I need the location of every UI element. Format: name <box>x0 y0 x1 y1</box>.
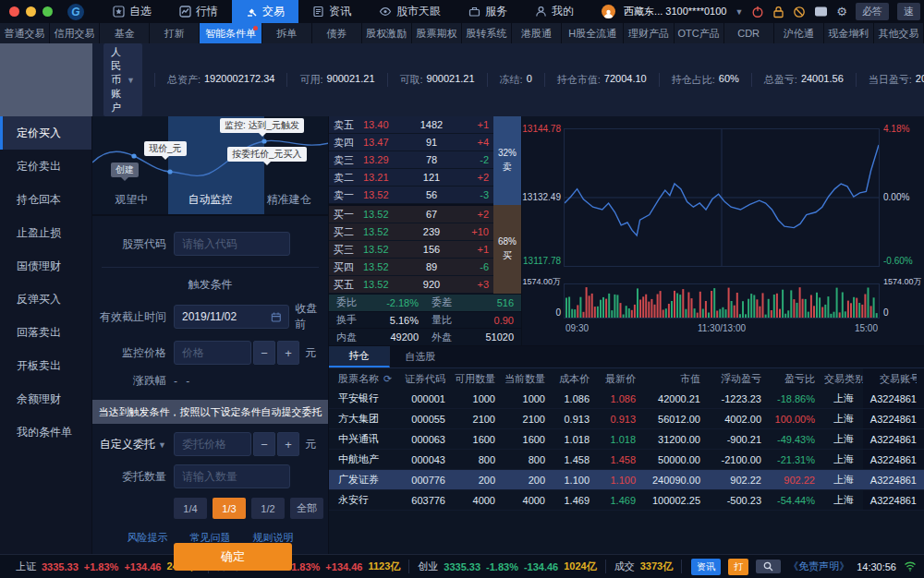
bid-row-1[interactable]: 买一13.5267+2 <box>329 206 493 223</box>
rules-link[interactable]: 规则说明 <box>253 531 294 545</box>
price-mid-label: 13132.49 <box>522 192 561 202</box>
tab-cash-bonus[interactable]: 现金增利 <box>824 23 874 43</box>
table-row[interactable]: 中兴通讯000063160016001.0181.01831200.00-900… <box>329 429 924 450</box>
sidebar-item-stop-profit-loss[interactable]: 止盈止损 <box>0 216 91 249</box>
stock-code-input[interactable] <box>182 237 282 250</box>
fraction-quarter-button[interactable]: 1/4 <box>174 498 207 519</box>
tab-watchlist-stocks[interactable]: 自选股 <box>390 346 451 367</box>
faq-link[interactable]: 常见问题 <box>190 531 231 545</box>
entrust-price-input[interactable] <box>182 438 243 451</box>
confirm-button[interactable]: 确定 <box>174 543 292 571</box>
tab-ipo[interactable]: 打新 <box>150 23 200 43</box>
disclaimer-link[interactable]: 《免责声明》 <box>788 560 849 573</box>
help-links: 风险提示 常见问题 规则说明 <box>92 531 328 545</box>
tab-wealth-product[interactable]: 理财产品 <box>624 23 674 43</box>
tab-split-order[interactable]: 拆单 <box>262 23 312 43</box>
tab-hk-connect[interactable]: 港股通 <box>512 23 562 43</box>
ask-row-1[interactable]: 卖一13.5256-3 <box>329 187 493 204</box>
tab-otc-product[interactable]: OTC产品 <box>675 23 724 43</box>
bida-button[interactable]: 必答 <box>856 3 889 20</box>
ask-row-3[interactable]: 卖三13.2978-2 <box>329 151 493 169</box>
close-window-button[interactable] <box>9 6 19 17</box>
tab-other-trade[interactable]: 其他交易 <box>874 23 924 43</box>
sidebar-item-limit-sell[interactable]: 定价卖出 <box>0 150 91 183</box>
chevron-down-icon[interactable]: ▼ <box>735 7 743 17</box>
menu-item-news[interactable]: 资讯 <box>298 0 365 23</box>
zoom-window-button[interactable] <box>43 6 53 17</box>
tab-fund[interactable]: 基金 <box>100 23 150 43</box>
menu-item-watchlist[interactable]: 自选 <box>99 0 165 23</box>
minimize-window-button[interactable] <box>26 6 36 17</box>
index-chinext[interactable]: 创业 3335.33 -1.83% -134.46 1024亿 <box>409 560 605 573</box>
entrust-type-selector[interactable]: 自定义委托 ▼ <box>92 437 166 452</box>
sidebar-item-balance-wealth[interactable]: 余额理财 <box>0 382 91 415</box>
minus-button[interactable]: − <box>253 341 275 365</box>
tab-equity-incentive[interactable]: 股权激励 <box>362 23 412 43</box>
bid-row-4[interactable]: 买四13.5289-6 <box>329 259 493 276</box>
search-button[interactable] <box>756 560 781 573</box>
price-plot[interactable] <box>564 128 880 267</box>
bid-row-3[interactable]: 买三13.52156+1 <box>329 241 493 259</box>
sidebar-item-limit-buy[interactable]: 定价买入 <box>0 116 91 150</box>
fraction-third-button[interactable]: 1/3 <box>213 498 246 519</box>
tab-cdr[interactable]: CDR <box>724 23 774 43</box>
tab-credit-trade[interactable]: 信用交易 <box>50 23 100 43</box>
tab-stock-option[interactable]: 股票期权 <box>412 23 462 43</box>
menu-item-trade[interactable]: 交易 <box>232 0 298 23</box>
gear-icon[interactable]: ⚙ <box>836 6 847 18</box>
sidebar-item-open-board-sell[interactable]: 开板卖出 <box>0 349 91 382</box>
monitor-price-input[interactable] <box>182 346 243 359</box>
minus-button[interactable]: − <box>253 432 275 456</box>
tab-smart-condition-order[interactable]: 智能条件单 <box>200 23 261 43</box>
tab-normal-trade[interactable]: 普通交易 <box>0 23 50 43</box>
sidebar-item-bond-wealth[interactable]: 国债理财 <box>0 249 91 283</box>
quantity-input[interactable] <box>182 470 282 483</box>
sidebar-item-breakeven[interactable]: 持仓回本 <box>0 183 91 216</box>
screen-icon[interactable] <box>814 6 828 18</box>
table-row[interactable]: 方大集团000055210021000.9130.91356012.004002… <box>329 409 924 429</box>
plus-button[interactable]: + <box>277 341 299 365</box>
sidebar-item-my-condition-orders[interactable]: 我的条件单 <box>0 415 91 449</box>
menu-item-quotes[interactable]: 行情 <box>165 0 232 23</box>
fraction-all-button[interactable]: 全部 <box>290 498 323 519</box>
account-type-selector[interactable]: 人民币账户 ▼ <box>103 43 142 116</box>
tooltip-create: 创建 <box>111 163 139 177</box>
stat-position-ratio: 持仓占比:60% <box>659 73 739 87</box>
menu-item-market-eye[interactable]: 股市天眼 <box>365 0 455 23</box>
bid-row-5[interactable]: 买五13.52920+3 <box>329 276 493 294</box>
tab-bond[interactable]: 债券 <box>312 23 362 43</box>
power-icon[interactable] <box>751 6 764 18</box>
tab-shanghai-london[interactable]: 沪伦通 <box>774 23 824 43</box>
table-row[interactable]: 中航地产0000438008001.4581.45850000.00-2100.… <box>329 450 924 470</box>
menu-item-service[interactable]: 服务 <box>455 0 521 23</box>
ipo-button[interactable]: 打 <box>728 559 748 575</box>
intraday-chart-panel: 13144.78 13132.49 13117.78 4.18% 0.00% -… <box>522 116 924 345</box>
tab-stock-transfer[interactable]: 股转系统 <box>462 23 512 43</box>
plus-button[interactable]: + <box>277 432 299 456</box>
avatar[interactable] <box>602 5 615 18</box>
menu-item-me[interactable]: 我的 <box>521 0 588 23</box>
tab-h-share[interactable]: H股全流通 <box>562 23 624 43</box>
table-row[interactable]: 永安行603776400040001.4691.469100002.25-500… <box>329 490 924 511</box>
sidebar-item-rebound-buy[interactable]: 反弹买入 <box>0 283 91 316</box>
ask-row-4[interactable]: 卖四13.4791+4 <box>329 134 493 151</box>
fraction-half-button[interactable]: 1/2 <box>251 498 285 519</box>
table-row[interactable]: 平安银行000001100010001.0861.08642000.21-122… <box>329 389 924 409</box>
sidebar-item-fallback-sell[interactable]: 回落卖出 <box>0 316 91 349</box>
table-row-selected[interactable]: 广发证券0007762002001.1001.100240090.00902.2… <box>329 470 924 490</box>
news-button[interactable]: 资讯 <box>691 559 721 575</box>
risk-warning-link[interactable]: 风险提示 <box>128 531 168 545</box>
refresh-icon[interactable]: ⟳ <box>383 373 392 385</box>
calendar-icon[interactable] <box>271 311 282 323</box>
ban-icon[interactable] <box>793 6 806 18</box>
ask-row-2[interactable]: 卖二13.21121+2 <box>329 169 493 187</box>
tab-positions[interactable]: 持仓 <box>329 346 390 367</box>
bid-row-2[interactable]: 买二13.52239+10 <box>329 223 493 241</box>
deadline-input[interactable] <box>182 310 271 323</box>
menu-label: 股市天眼 <box>396 4 441 19</box>
star-icon <box>113 6 125 18</box>
su-button[interactable]: 速 <box>897 3 920 20</box>
lock-icon[interactable] <box>772 6 784 18</box>
volume-plot[interactable] <box>564 283 880 319</box>
ask-row-5[interactable]: 卖五13.401482+1 <box>329 116 493 134</box>
